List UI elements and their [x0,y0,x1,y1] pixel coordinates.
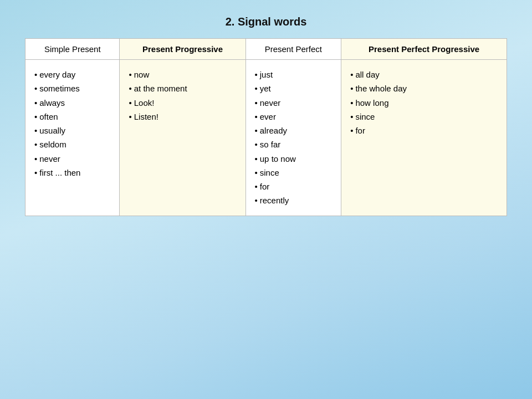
list-item: the whole day [350,81,498,95]
signal-words-table: Simple Present Present Progressive Prese… [25,38,507,216]
list-item: for [255,180,332,193]
table-row: every daysometimesalwaysoftenusuallyseld… [25,60,507,216]
list-item: ever [255,110,332,124]
list-item: yet [255,81,332,95]
list-item: how long [350,96,498,110]
list-item: sometimes [34,81,110,95]
list-item: never [255,96,332,110]
list-item: never [34,152,110,166]
cell-present-perfect: justyetnevereveralreadyso farup to nowsi… [245,60,341,216]
present-perfect-list: justyetnevereveralreadyso farup to nowsi… [255,68,332,208]
list-item: at the moment [129,81,236,95]
list-item: up to now [255,152,332,166]
list-item: seldom [34,137,110,151]
present-progressive-list: nowat the momentLook!Listen! [129,68,236,124]
header-present-perfect: Present Perfect [245,39,341,60]
header-present-progressive: Present Progressive [120,39,245,60]
list-item: already [255,124,332,137]
page-title: 2. Signal words [226,16,307,28]
list-item: just [255,68,332,81]
list-item: for [350,124,498,137]
list-item: now [129,68,236,81]
list-item: first ... then [34,166,110,180]
table-wrapper: Simple Present Present Progressive Prese… [25,38,507,216]
list-item: Look! [129,96,236,110]
list-item: every day [34,68,110,81]
list-item: usually [34,124,110,137]
simple-present-list: every daysometimesalwaysoftenusuallyseld… [34,68,110,180]
list-item: so far [255,137,332,151]
list-item: since [350,110,498,124]
cell-present-progressive: nowat the momentLook!Listen! [120,60,245,216]
list-item: all day [350,68,498,81]
list-item: Listen! [129,110,236,124]
list-item: recently [255,193,332,207]
list-item: since [255,166,332,180]
present-perfect-progressive-list: all daythe whole dayhow longsincefor [350,68,498,137]
header-present-perfect-progressive: Present Perfect Progressive [341,39,507,60]
table-header-row: Simple Present Present Progressive Prese… [25,39,507,60]
header-simple-present: Simple Present [25,39,120,60]
cell-simple-present: every daysometimesalwaysoftenusuallyseld… [25,60,120,216]
list-item: often [34,110,110,124]
list-item: always [34,96,110,110]
cell-present-perfect-progressive: all daythe whole dayhow longsincefor [341,60,507,216]
